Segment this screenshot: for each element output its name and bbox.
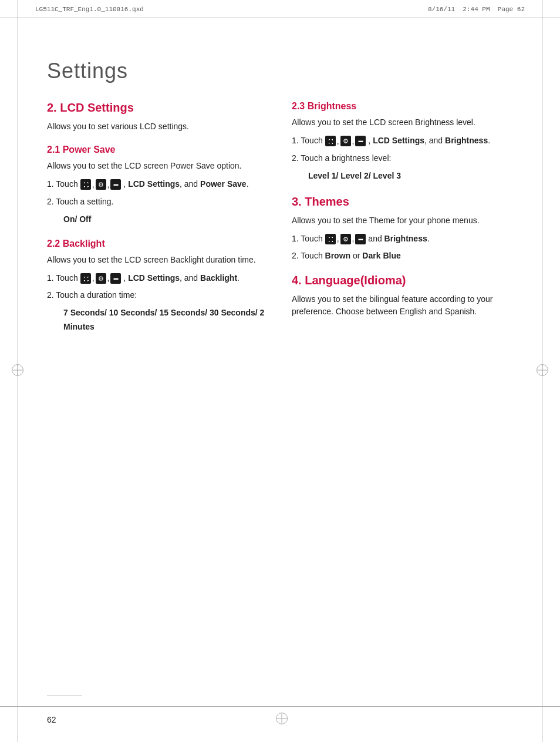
section2-heading: 2. LCD Settings <box>47 101 268 115</box>
header-date-time: 8/16/11 2:44 PM Page 62 <box>428 6 525 13</box>
section3-step2: 2. Touch Brown or Dark Blue <box>292 250 513 262</box>
step-number: 1. Touch <box>47 178 78 190</box>
two-column-layout: 2. LCD Settings Allows you to set variou… <box>47 101 513 340</box>
icons-inline: , , <box>325 233 366 245</box>
section2-3-heading: 2.3 Brightness <box>292 101 513 112</box>
settings-icon <box>340 136 351 146</box>
icons-inline: , , <box>325 135 366 147</box>
section3-intro: Allows you to set the Theme for your pho… <box>292 214 513 227</box>
section2-3-step2: 2. Touch a brightness level: <box>292 152 513 164</box>
section2-1-option: On/ Off <box>63 213 268 227</box>
settings-icon <box>340 234 351 244</box>
section2-3-option: Level 1/ Level 2/ Level 3 <box>308 169 513 183</box>
right-column: 2.3 Brightness Allows you to set the LCD… <box>292 101 513 340</box>
display-icon <box>110 179 121 190</box>
menu-icon <box>325 234 336 244</box>
display-icon <box>355 136 366 146</box>
section2-1-heading: 2.1 Power Save <box>47 145 268 155</box>
separator-line <box>47 696 82 696</box>
section4-heading: 4. Language(Idioma) <box>292 274 513 287</box>
page-content: Settings 2. LCD Settings Allows you to s… <box>47 59 513 695</box>
step-content: , , , LCD Settings, and Backlight. <box>80 272 268 285</box>
display-icon <box>110 273 121 284</box>
left-column: 2. LCD Settings Allows you to set variou… <box>47 101 268 340</box>
section2-3-intro: Allows you to set the LCD screen Brightn… <box>292 116 513 129</box>
section3-heading: 3. Themes <box>292 195 513 209</box>
settings-icon <box>96 273 106 284</box>
section2-intro: Allows you to set various LCD settings. <box>47 120 268 133</box>
step2-text: 2. Touch a setting. <box>47 196 113 208</box>
section4-intro: Allows you to set the bilingual feature … <box>292 293 513 318</box>
page-number: 62 <box>47 715 56 724</box>
menu-icon <box>325 136 336 146</box>
section2-2-option: 7 Seconds/ 10 Seconds/ 15 Seconds/ 30 Se… <box>63 306 268 334</box>
filename: LG511C_TRF_Eng1.0_110816.qxd <box>35 6 144 13</box>
section2-1-intro: Allows you to set the LCD screen Power S… <box>47 160 268 172</box>
icons-inline: , , <box>80 179 122 191</box>
section3-step1: 1. Touch , , and Brightness. <box>292 233 513 246</box>
settings-icon <box>96 179 106 190</box>
step2-prefix: 2. Touch Brown or Dark Blue <box>292 250 401 262</box>
section2-2-heading: 2.2 Backlight <box>47 239 268 249</box>
page-title: Settings <box>47 59 513 83</box>
section2-1-step2: 2. Touch a setting. <box>47 196 268 208</box>
menu-icon <box>80 179 91 190</box>
step-content: , , , LCD Settings, and Power Save. <box>80 178 268 191</box>
step-number: 1. Touch <box>47 272 78 284</box>
section2-1-step1: 1. Touch , , , LCD Settings, and Power S… <box>47 178 268 191</box>
icons-inline: , , <box>80 272 122 284</box>
section2-2-step2: 2. Touch a duration time: <box>47 289 268 301</box>
section2-2-step1: 1. Touch , , , LCD Settings, and Backlig… <box>47 272 268 285</box>
step-content: , , , LCD Settings, and Brightness. <box>325 135 513 147</box>
section2-3-step1: 1. Touch , , , LCD Settings, and Brightn… <box>292 135 513 147</box>
header-bar: LG511C_TRF_Eng1.0_110816.qxd 8/16/11 2:4… <box>35 6 525 13</box>
step-number: 1. Touch <box>292 233 323 245</box>
step2-text: 2. Touch a brightness level: <box>292 152 391 164</box>
display-icon <box>355 234 366 244</box>
section2-2-intro: Allows you to set the LCD screen Backlig… <box>47 254 268 266</box>
step2-text: 2. Touch a duration time: <box>47 289 137 301</box>
step-content: , , and Brightness. <box>325 233 513 246</box>
step-number: 1. Touch <box>292 135 323 147</box>
menu-icon <box>80 273 91 284</box>
